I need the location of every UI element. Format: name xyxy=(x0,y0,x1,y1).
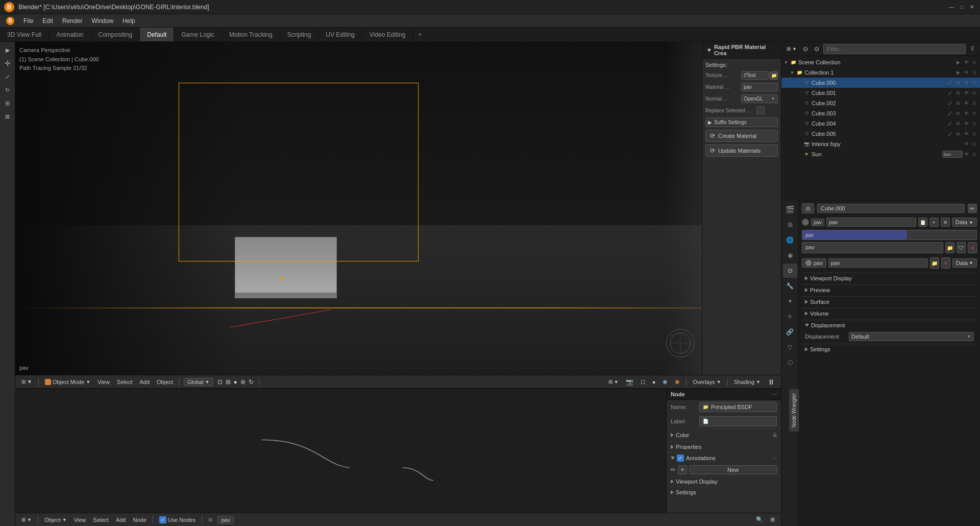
outliner-view-layer-icon[interactable]: ⊙ xyxy=(801,45,810,53)
outliner-sun[interactable]: ☀ Sun Sun 👁 ⊙ xyxy=(781,149,980,159)
sun-cam-btn[interactable]: ⊙ xyxy=(971,151,978,158)
props-obj-name[interactable]: Cube.000 xyxy=(817,204,965,213)
vbb-snap-btn[interactable]: ⊡ xyxy=(216,378,224,386)
cube001-arm-btn[interactable]: 🖊 xyxy=(946,89,953,97)
props-mat-shield-btn[interactable]: 🛡 xyxy=(957,242,966,253)
outliner-cube005[interactable]: ▽ Cube.005 🖊 ⧉ 👁 ⊙ xyxy=(781,129,980,139)
menu-file[interactable]: File xyxy=(19,16,37,26)
vbb-view[interactable]: View xyxy=(95,378,112,386)
tool-arrow[interactable]: ▶ xyxy=(2,44,14,56)
tab-videoediting[interactable]: Video Editing xyxy=(362,28,413,41)
rpbr-replace-checkbox[interactable] xyxy=(756,106,765,114)
tool-cursor[interactable]: ✛ xyxy=(2,57,14,69)
menu-render[interactable]: Render xyxy=(58,16,86,26)
tab-uvediting[interactable]: UV Editing xyxy=(318,28,362,41)
cube004-vis-btn[interactable]: 👁 xyxy=(963,120,970,127)
nrp-add-annotation-btn[interactable]: + xyxy=(678,465,687,474)
cube004-constraint-btn[interactable]: ⧉ xyxy=(954,120,962,127)
cube001-constraint-btn[interactable]: ⧉ xyxy=(954,89,962,97)
prop-btn-object[interactable]: ⊙ xyxy=(783,264,797,278)
props-mat-new-btn[interactable]: + xyxy=(929,218,939,227)
cube003-arm-btn[interactable]: 🖊 xyxy=(946,110,953,117)
sc-expand-btn[interactable]: ▶ xyxy=(954,59,962,66)
props-obj-type[interactable]: ⊙ xyxy=(802,203,814,213)
tab-compositing[interactable]: Compositing xyxy=(91,28,140,41)
prop-btn-constraints[interactable]: 🔗 xyxy=(783,325,797,339)
cube005-arm-btn[interactable]: 🖊 xyxy=(946,130,953,137)
props-edit-icon[interactable]: ✏ xyxy=(968,204,977,213)
nrp-viewport-display-header[interactable]: Viewport Display xyxy=(667,476,781,487)
outliner-editor-type[interactable]: ⊞▼ xyxy=(785,45,799,52)
prop-btn-world[interactable]: ◉ xyxy=(783,248,797,262)
interiorfspy-vis-btn[interactable]: 👁 xyxy=(963,140,970,148)
vbb-snap4-btn[interactable]: ⊛ xyxy=(239,378,247,386)
cube000-cam-btn[interactable]: ⊙ xyxy=(971,79,978,86)
outliner-collection1[interactable]: ▼ 📁 Collection 1 ▶ 👁 ⊙ xyxy=(781,67,980,78)
vbb-snap2-btn[interactable]: ⊞ xyxy=(225,378,232,386)
vbb-object[interactable]: Object xyxy=(155,378,175,386)
vbb-shading[interactable]: Shading ▼ xyxy=(732,378,763,386)
cube001-cam-btn[interactable]: ⊙ xyxy=(971,89,978,97)
close-button[interactable]: ✕ xyxy=(968,3,976,11)
props-browse-mat-btn[interactable]: 📁 xyxy=(930,257,939,269)
rpbr-suffix-settings-btn[interactable]: ▶ Suffix Settings xyxy=(705,117,778,127)
nrp-new-label[interactable]: New xyxy=(689,465,777,474)
menu-help[interactable]: Help xyxy=(118,16,139,26)
vbb-pause-btn[interactable]: ⏸ xyxy=(766,377,777,387)
maximize-button[interactable]: □ xyxy=(958,3,966,11)
prop-btn-physics[interactable]: ⚛ xyxy=(783,309,797,324)
prop-btn-material[interactable]: ⬡ xyxy=(783,355,797,370)
outliner-cube000[interactable]: ▽ Cube.000 🖊 ⧉ 👁 ⊙ xyxy=(781,78,980,88)
vtab-nodewrangler-node[interactable]: Node Wrangler xyxy=(789,389,799,432)
props-mat-pav-dropdown[interactable]: pav xyxy=(828,258,928,268)
cube000-arm-btn[interactable]: 🖊 xyxy=(946,79,953,86)
outliner-search-input[interactable] xyxy=(823,44,966,54)
tool-scale[interactable]: ⊞ xyxy=(2,97,14,109)
vbb-editor-type[interactable]: ⊞ ▼ xyxy=(19,378,34,385)
c1-vis-btn[interactable]: 👁 xyxy=(963,69,970,76)
cube000-vis-btn[interactable]: 👁 xyxy=(963,79,970,86)
tab-animation[interactable]: Animation xyxy=(49,28,91,41)
nrp-header-icon[interactable]: ⋯ xyxy=(772,392,777,397)
vbb-add[interactable]: Add xyxy=(137,378,152,386)
outliner-cube001[interactable]: ▽ Cube.001 🖊 ⧉ 👁 ⊙ xyxy=(781,88,980,98)
cube001-vis-btn[interactable]: 👁 xyxy=(963,89,970,97)
props-section-displacement-header[interactable]: Displacement xyxy=(802,320,977,330)
props-mat-delete2-btn[interactable]: ✕ xyxy=(968,242,977,253)
window-controls[interactable]: — □ ✕ xyxy=(947,3,976,11)
nrp-color-section-header[interactable]: Color ≡ xyxy=(667,429,781,441)
vbb-snap3-btn[interactable]: ● xyxy=(233,378,238,386)
props-mat-name-input[interactable]: pav xyxy=(802,242,943,253)
cube000-constraint-btn[interactable]: ⧉ xyxy=(954,79,962,86)
vbb-object-mode[interactable]: Object Mode ▼ xyxy=(43,378,92,386)
node-editor[interactable]: Image Texture Color● Alpha● Principled B… xyxy=(15,388,781,526)
vbb-shading-material[interactable]: ◉ xyxy=(660,378,670,386)
nbb-add[interactable]: Add xyxy=(114,516,128,523)
tab-gamelogic[interactable]: Game Logic xyxy=(174,28,222,41)
vbb-select[interactable]: Select xyxy=(115,378,135,386)
props-clear-mat-btn[interactable]: ✕ xyxy=(941,257,950,269)
prop-btn-scene2[interactable]: 🌐 xyxy=(783,233,797,247)
props-disp-value[interactable]: Default ▼ xyxy=(849,332,974,341)
cube004-cam-btn[interactable]: ⊙ xyxy=(971,120,978,127)
cube005-vis-btn[interactable]: 👁 xyxy=(963,130,970,137)
cube002-constraint-btn[interactable]: ⧉ xyxy=(954,100,962,107)
prop-btn-data[interactable]: ▽ xyxy=(783,340,797,354)
outliner-scene-collection[interactable]: ▼ 📁 Scene Collection ▶ 👁 ⊙ xyxy=(781,57,980,67)
collection1-expand[interactable]: ▼ xyxy=(790,70,795,75)
props-mat-data-btn[interactable]: Data ▼ xyxy=(952,218,977,227)
nrp-annotations-options[interactable]: ⋯ xyxy=(772,456,777,461)
nbb-use-nodes[interactable]: ✓ Use Nodes xyxy=(157,516,198,524)
outliner-cube004[interactable]: ▽ Cube.004 🖊 ⧉ 👁 ⊙ xyxy=(781,118,980,129)
outliner-filter-btn[interactable]: ⊽ xyxy=(968,44,977,54)
menu-edit[interactable]: Edit xyxy=(38,16,57,26)
nbb-material-name[interactable]: pav xyxy=(217,516,234,524)
sc-hide-btn[interactable]: ⊙ xyxy=(971,59,978,66)
rpbr-texture-browse[interactable]: 📁 xyxy=(770,71,778,80)
props-section-viewport-header[interactable]: Viewport Display xyxy=(802,273,977,283)
vbb-shading-wire[interactable]: ◻ xyxy=(639,378,647,386)
props-section-surface-header[interactable]: Surface xyxy=(802,297,977,307)
props-mat-browse-btn[interactable]: 📁 xyxy=(945,242,954,253)
vbb-viewport-icons[interactable]: 📷 xyxy=(624,378,635,386)
nrp-properties-section-header[interactable]: Properties xyxy=(667,442,781,452)
